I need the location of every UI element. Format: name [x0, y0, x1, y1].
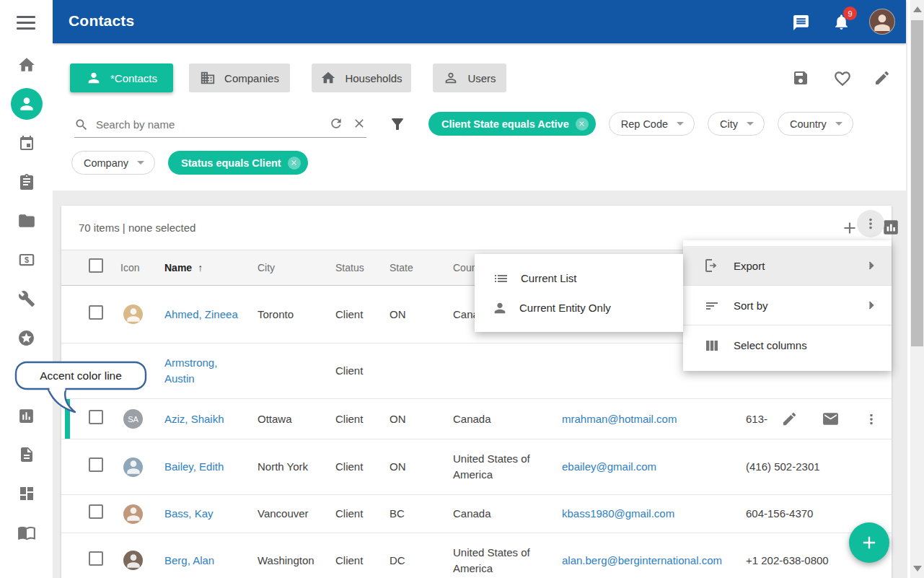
edit-button[interactable]: [874, 69, 891, 89]
hamburger-menu-icon[interactable]: [17, 16, 35, 30]
menu-item-current-list[interactable]: Current List: [475, 263, 683, 293]
filter-chip-country[interactable]: Country: [778, 112, 853, 136]
table-row[interactable]: Bass, Kay Vancouver Client BC Canada kba…: [61, 495, 892, 533]
avatar: [123, 457, 143, 477]
menu-item-select-columns[interactable]: Select columns: [683, 325, 892, 365]
menu-item-sort-by[interactable]: Sort by: [683, 286, 892, 325]
user-avatar[interactable]: [869, 9, 895, 35]
tab-companies[interactable]: Companies: [189, 64, 290, 92]
row-checkbox[interactable]: [89, 457, 103, 472]
favorite-button[interactable]: [833, 69, 852, 91]
contact-name-link[interactable]: Berg, Alan: [164, 554, 214, 566]
chevron-down-icon: [747, 122, 754, 126]
avatar: SA: [123, 409, 143, 429]
contact-name-link[interactable]: Aziz, Shaikh: [164, 413, 224, 425]
contact-name-link[interactable]: Bailey, Edith: [164, 460, 224, 473]
table-row[interactable]: SA Aziz, Shaikh Ottawa Client ON Canada …: [61, 399, 892, 439]
tab-users[interactable]: Users: [433, 64, 506, 92]
row-menu-icon[interactable]: [863, 411, 879, 427]
email-link[interactable]: kbass1980@gmail.com: [562, 507, 674, 520]
avatar: [123, 504, 143, 524]
selection-summary: 70 items | none selected: [79, 222, 195, 234]
scroll-up-icon[interactable]: [913, 6, 922, 12]
list-icon: [492, 270, 509, 287]
chart-view-icon[interactable]: [881, 218, 900, 240]
clipboard-icon: [18, 173, 35, 191]
page-scrollbar[interactable]: [910, 0, 924, 578]
sidebar-item-library[interactable]: [0, 513, 53, 552]
pencil-icon: [874, 69, 891, 87]
sidebar-item-tasks[interactable]: [0, 162, 53, 201]
sidebar-item-documents[interactable]: [0, 435, 53, 474]
sidebar-item-files[interactable]: [0, 201, 53, 240]
email-link[interactable]: ebailey@gmail.com: [562, 460, 656, 473]
avatar: [123, 305, 143, 324]
chat-icon[interactable]: [792, 14, 810, 35]
remove-filter-icon[interactable]: [576, 118, 589, 131]
user-outline-icon: [443, 70, 459, 86]
search-input[interactable]: [96, 118, 320, 131]
bar-chart-icon: [17, 407, 35, 425]
filter-chip-city[interactable]: City: [708, 112, 765, 136]
avatar: [123, 551, 143, 570]
sidebar-item-billing[interactable]: $: [0, 240, 53, 279]
tab-households[interactable]: Households: [312, 64, 411, 92]
row-checkbox[interactable]: [89, 410, 103, 424]
sidebar-item-featured[interactable]: [0, 318, 53, 357]
add-contact-fab[interactable]: [849, 522, 889, 563]
menu-item-export[interactable]: Export: [683, 246, 892, 286]
row-checkbox[interactable]: [89, 551, 103, 566]
home-icon: [17, 56, 36, 74]
country-cell: United States of America: [453, 545, 562, 577]
status-cell: Client: [335, 307, 390, 323]
sidebar-item-calendar[interactable]: [0, 123, 53, 162]
contact-name-link[interactable]: Bass, Kay: [164, 507, 214, 520]
sidebar: $: [0, 0, 53, 578]
sidebar-item-dashboard[interactable]: [0, 474, 53, 513]
column-header-city[interactable]: City: [258, 260, 335, 276]
table-row[interactable]: Bailey, Edith North York Client ON Unite…: [61, 439, 892, 495]
clear-search-icon[interactable]: [352, 116, 366, 133]
state-cell: DC: [390, 553, 453, 569]
filter-chip-client-state[interactable]: Client State equals Active: [428, 112, 596, 136]
sidebar-item-analytics[interactable]: [0, 396, 53, 435]
country-cell: Canada: [453, 411, 562, 427]
remove-filter-icon[interactable]: [288, 157, 301, 170]
scroll-down-icon[interactable]: [913, 566, 922, 572]
sidebar-item-contacts[interactable]: [0, 84, 53, 123]
table-options-menu: Export Sort by Select columns: [683, 240, 892, 371]
contact-name-link[interactable]: Ahmed, Zineea: [164, 308, 238, 320]
filter-panel: *Contacts Companies Households Users Cli…: [53, 43, 906, 191]
email-link[interactable]: alan.berg@berginternational.com: [562, 554, 722, 566]
column-header-name[interactable]: Name↑: [164, 260, 258, 276]
refresh-icon[interactable]: [329, 116, 343, 133]
select-all-checkbox[interactable]: [89, 258, 103, 273]
column-header-state[interactable]: State: [390, 260, 453, 276]
more-vertical-icon[interactable]: [857, 210, 884, 237]
menu-item-current-entity-only[interactable]: Current Entity Only: [475, 293, 683, 323]
table-row[interactable]: Berg, Alan Washington Client DC United S…: [61, 533, 892, 578]
filter-chip-status[interactable]: Status equals Client: [168, 151, 308, 175]
document-icon: [18, 446, 35, 463]
sidebar-item-home[interactable]: [0, 45, 53, 84]
edit-row-icon[interactable]: [781, 411, 798, 427]
notifications-bell-icon[interactable]: 9: [832, 13, 850, 34]
filter-funnel-icon[interactable]: [389, 115, 406, 136]
status-cell: Client: [335, 506, 390, 522]
filter-chip-company[interactable]: Company: [71, 151, 155, 175]
sidebar-item-tools[interactable]: [0, 279, 53, 318]
scrollbar-thumb[interactable]: [911, 20, 923, 346]
avatar: [123, 362, 143, 381]
column-header-status[interactable]: Status: [335, 260, 390, 276]
email-link[interactable]: mrahman@hotmail.com: [562, 413, 677, 425]
row-checkbox[interactable]: [89, 305, 103, 320]
column-header-icon[interactable]: Icon: [120, 260, 164, 276]
page-title: Contacts: [69, 12, 134, 30]
email-row-icon[interactable]: [822, 410, 840, 428]
save-view-button[interactable]: [792, 69, 809, 89]
row-checkbox[interactable]: [89, 362, 103, 376]
filter-chip-rep-code[interactable]: Rep Code: [609, 112, 695, 136]
tab-contacts[interactable]: *Contacts: [70, 64, 173, 92]
contact-name-link[interactable]: Armstrong, Austin: [164, 356, 217, 385]
row-checkbox[interactable]: [89, 504, 103, 519]
